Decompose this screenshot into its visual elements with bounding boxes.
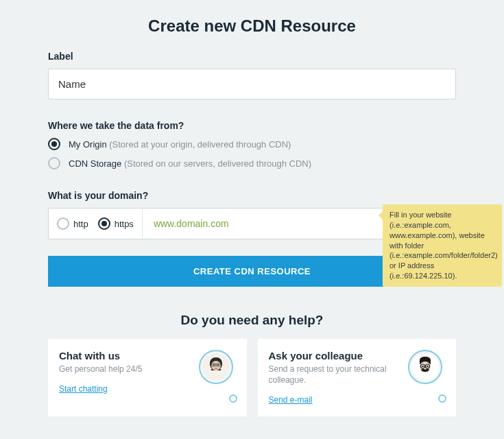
domain-question: What is your domain?: [48, 190, 456, 201]
person-icon: [202, 353, 230, 381]
help-card-title: Chat with us: [59, 350, 193, 361]
origin-option-name: CDN Storage: [69, 158, 121, 169]
label-field-label: Label: [48, 51, 456, 62]
person-icon: [411, 353, 439, 381]
origin-option-name: My Origin: [69, 139, 107, 150]
protocol-radio-https[interactable]: https: [98, 217, 134, 230]
radio-icon: [48, 157, 60, 169]
avatar: [408, 350, 442, 384]
send-email-link[interactable]: Send e-mail: [269, 395, 313, 405]
protocol-group: http https: [49, 209, 143, 239]
svg-point-4: [213, 364, 214, 366]
origin-option-desc: (Stored on our servers, delivered throug…: [124, 158, 311, 169]
help-card-subtitle: Send a request to your technical colleag…: [269, 364, 403, 385]
protocol-label: https: [115, 219, 134, 229]
svg-point-13: [422, 366, 424, 368]
help-card-title: Ask your colleague: [269, 350, 403, 361]
origin-question: Where we take the data from?: [48, 120, 456, 131]
help-title: Do you need any help?: [48, 313, 456, 328]
protocol-radio-http[interactable]: http: [57, 217, 88, 230]
svg-point-5: [217, 364, 218, 366]
help-card-chat: Chat with us Get personal help 24/5 Star…: [48, 339, 247, 416]
status-indicator-icon: [438, 394, 446, 403]
radio-icon: [57, 217, 69, 230]
origin-radio-cdn-storage[interactable]: CDN Storage (Stored on our servers, deli…: [48, 157, 456, 169]
domain-tooltip: Fill in your website (i.e.:example.com, …: [383, 204, 502, 287]
page-title: Create new CDN Resource: [48, 16, 456, 36]
protocol-label: http: [73, 219, 88, 229]
svg-point-14: [427, 366, 429, 368]
radio-icon: [98, 217, 110, 230]
label-input[interactable]: [48, 69, 456, 99]
radio-icon: [48, 138, 60, 150]
origin-radio-my-origin[interactable]: My Origin (Stored at your origin, delive…: [48, 138, 456, 150]
avatar: [199, 350, 233, 384]
help-card-colleague: Ask your colleague Send a request to you…: [258, 339, 457, 416]
start-chatting-link[interactable]: Start chatting: [59, 384, 108, 394]
origin-option-desc: (Stored at your origin, delivered throug…: [109, 139, 291, 150]
help-card-subtitle: Get personal help 24/5: [59, 364, 193, 375]
status-indicator-icon: [229, 394, 237, 403]
